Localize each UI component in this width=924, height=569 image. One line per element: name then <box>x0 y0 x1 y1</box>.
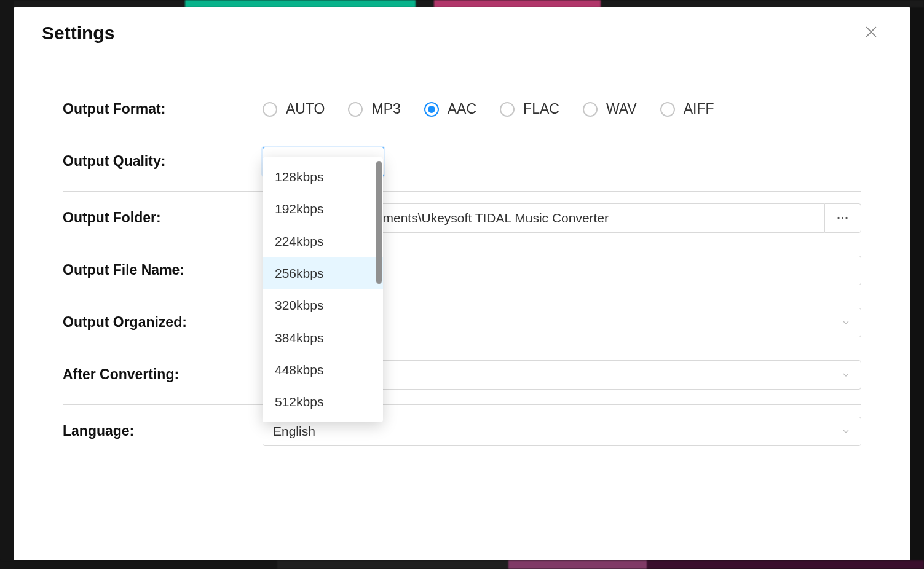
radio-icon <box>263 102 277 117</box>
modal-title: Settings <box>42 23 114 44</box>
quality-option[interactable]: 192kbps <box>263 193 383 225</box>
quality-option[interactable]: 384kbps <box>263 322 383 354</box>
quality-option[interactable]: 512kbps <box>263 386 383 418</box>
label-output-quality: Output Quality: <box>63 153 263 170</box>
format-radio-mp3[interactable]: MP3 <box>348 101 400 117</box>
language-value: English <box>273 424 315 439</box>
chevron-down-icon <box>841 426 851 436</box>
radio-label: MP3 <box>371 101 400 117</box>
format-radio-aiff[interactable]: AIFF <box>660 101 714 117</box>
label-output-format: Output Format: <box>63 101 263 117</box>
row-output-organized: Output Organized: <box>63 296 861 348</box>
row-language: Language: English <box>63 405 861 457</box>
radio-icon <box>348 102 363 117</box>
radio-icon <box>424 102 439 117</box>
modal-body: Output Format: AUTOMP3AACFLACWAVAIFF Out… <box>14 58 910 560</box>
label-language: Language: <box>63 423 263 439</box>
row-output-filename: Output File Name: <box>63 244 861 296</box>
label-output-folder: Output Folder: <box>63 210 263 226</box>
dropdown-scrollbar-thumb[interactable] <box>376 161 382 284</box>
modal-header: Settings <box>14 7 910 58</box>
radio-icon <box>500 102 515 117</box>
radio-label: AUTO <box>286 101 325 117</box>
format-radio-flac[interactable]: FLAC <box>500 101 559 117</box>
quality-option[interactable]: 448kbps <box>263 354 383 386</box>
radio-icon <box>583 102 598 117</box>
label-output-organized: Output Organized: <box>63 314 263 331</box>
row-output-format: Output Format: AUTOMP3AACFLACWAVAIFF <box>63 83 861 135</box>
radio-label: WAV <box>606 101 637 117</box>
background-bottom-strip <box>0 560 924 569</box>
quality-option[interactable]: 224kbps <box>263 226 383 257</box>
quality-option[interactable]: 320kbps <box>263 289 383 321</box>
row-output-folder: Output Folder: xxxxxxxxxxxxxxxxx ments\U… <box>63 192 861 244</box>
radio-icon <box>660 102 675 117</box>
settings-modal: Settings Output Format: AUTOMP3AACFLACWA… <box>14 7 910 560</box>
browse-folder-button[interactable]: ··· <box>824 203 861 233</box>
quality-option[interactable]: 128kbps <box>263 161 383 193</box>
label-after-converting: After Converting: <box>63 366 263 383</box>
format-radio-aac[interactable]: AAC <box>424 101 476 117</box>
row-output-quality: Output Quality: 256kbps <box>63 135 861 187</box>
dropdown-scrollbar[interactable] <box>376 161 382 418</box>
ellipsis-icon: ··· <box>837 211 849 225</box>
chevron-down-icon <box>841 370 851 380</box>
background-top-strip <box>0 0 924 7</box>
format-radio-auto[interactable]: AUTO <box>263 101 325 117</box>
close-icon <box>864 25 878 41</box>
quality-option[interactable]: 256kbps <box>263 257 383 289</box>
output-folder-value-fragment: ments\Ukeysoft TIDAL Music Converter <box>383 211 609 226</box>
format-radio-wav[interactable]: WAV <box>583 101 637 117</box>
output-quality-dropdown[interactable]: 128kbps192kbps224kbps256kbps320kbps384kb… <box>263 157 383 422</box>
radio-label: AIFF <box>684 101 714 117</box>
label-output-filename: Output File Name: <box>63 262 263 278</box>
chevron-down-icon <box>841 318 851 328</box>
close-button[interactable] <box>860 22 882 44</box>
radio-label: FLAC <box>523 101 559 117</box>
output-format-radio-group: AUTOMP3AACFLACWAVAIFF <box>263 101 714 117</box>
row-after-converting: After Converting: <box>63 348 861 401</box>
radio-label: AAC <box>448 101 476 117</box>
background-left-strip <box>0 0 14 569</box>
